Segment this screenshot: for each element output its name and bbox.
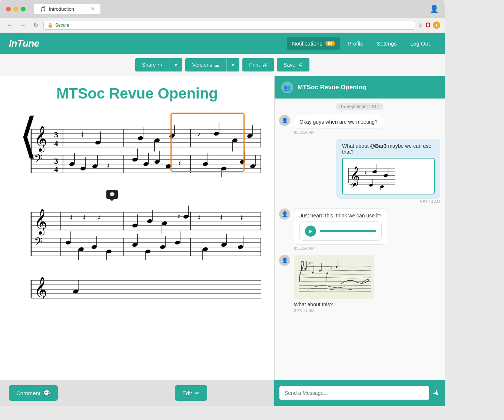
svg-point-143 [383,174,388,178]
chat-avatar-1: 👥 [281,81,293,93]
save-button[interactable]: Save 🖨 [277,58,309,71]
back-button[interactable]: ← [4,21,15,29]
chat-header: 👥 MTSoc Revue Opening [275,76,445,99]
svg-point-106 [91,244,97,249]
msg-content-2: What about @Bar3 maybe we can use that? [336,139,440,204]
message-1: 👤 Okay guys when are we meeting? 8:56:14… [279,115,440,134]
logout-nav-button[interactable]: Log Out [404,37,436,50]
secure-icon: 🔒 [47,23,53,28]
svg-text:3: 3 [54,130,58,139]
staff-svg-2: 𝄞 𝄢 [9,194,261,260]
profile-nav-button[interactable]: Profile [342,37,369,50]
minimize-window-button[interactable] [13,7,18,11]
staff-system-3[interactable]: 𝄞 [9,277,265,300]
score-area[interactable]: MTSoc Revue Opening [0,76,274,380]
svg-text:𝄽: 𝄽 [220,215,222,220]
edit-icon: ✏ [195,390,200,396]
svg-text:𝄞: 𝄞 [34,209,47,236]
svg-text:4: 4 [54,165,58,174]
svg-point-114 [160,244,166,249]
editor-toolbar: Share ↪ ▾ Versions ☁ ▾ Print 🖨 Save 🖨 [0,54,445,76]
svg-point-131 [73,289,79,294]
versions-button-group: Versions ☁ ▾ [185,58,239,71]
versions-button[interactable]: Versions ☁ [185,58,226,71]
svg-point-57 [221,166,227,171]
save-label: Save [284,62,295,68]
browser-toolbar: ← → ↻ 🔒 Secure ☆ O ! [0,18,445,33]
secure-label: Secure [55,23,69,28]
score-snippet[interactable]: 𝄞 ♪ 𝄢 [342,158,435,194]
bookmark-icon[interactable]: ☆ [418,22,423,29]
close-window-button[interactable] [6,7,11,11]
send-button[interactable]: ➤ [430,387,442,399]
svg-text:♯: ♯ [177,213,180,220]
chat-messages[interactable]: 15 September 2017 👤 Okay guys when are w… [275,99,445,380]
active-tab[interactable]: 🎵 Introduction ✕ [34,4,100,14]
app-logo: InTune [9,38,287,49]
forward-button[interactable]: → [18,21,28,29]
msg-content-1: Okay guys when are we meeting? 8:56:14 A… [294,115,383,134]
tab-bar: 🎵 Introduction ✕ [34,4,425,14]
svg-point-122 [238,244,243,249]
staff-svg-1: ⟨ 𝄞 𝄢 3 4 3 4 [9,111,261,177]
msg-text-4: What about this? [294,301,374,307]
svg-point-52 [165,164,171,169]
share-button-group: Share ↪ ▾ [135,58,182,71]
maximize-window-button[interactable] [21,7,26,11]
share-button[interactable]: Share ↪ [135,58,169,71]
msg-bubble-1: Okay guys when are we meeting? [294,115,383,129]
address-bar[interactable]: 🔒 Secure [43,21,415,30]
svg-text:♯: ♯ [330,265,333,271]
notifications-badge: 84 [325,41,335,46]
message-input[interactable] [279,386,429,400]
audio-progress-bar[interactable] [320,230,376,232]
handwritten-note[interactable]: 3/4 ♯ [294,255,374,299]
svg-point-149 [380,185,384,188]
warning-icon[interactable]: ! [433,21,440,29]
date-divider: 15 September 2017 [336,103,384,110]
svg-text:𝄢: 𝄢 [350,182,355,190]
notifications-nav-item[interactable]: Notifications 84 [287,37,340,50]
svg-text:𝄢: 𝄢 [34,236,43,250]
tab-close-button[interactable]: ✕ [91,6,94,11]
msg-time-4: 8:56:14 AM [294,309,374,313]
app-container: InTune Notifications 84 Profile Settings… [0,33,445,406]
versions-dropdown-button[interactable]: ▾ [226,58,239,71]
play-button[interactable]: ▶ [305,226,316,237]
staff-system-2[interactable]: 💬 [9,194,265,262]
comment-button[interactable]: Comment 💬 [9,385,58,401]
reload-button[interactable]: ↻ [31,21,40,30]
svg-point-94 [162,221,168,226]
bottom-bar: Comment 💬 Edit ✏ ➤ [0,380,445,406]
share-label: Share [142,62,156,68]
edit-label: Edit [182,390,192,396]
msg-bubble-3: Just heard this, think we can use it? ▶ [294,209,387,245]
svg-point-59 [239,159,245,164]
message-2: What about @Bar3 maybe we can use that? [279,139,440,204]
svg-point-112 [145,249,151,254]
svg-text:3: 3 [54,156,58,166]
comment-bubble[interactable]: 💬 [106,190,118,199]
svg-point-141 [372,170,377,174]
share-dropdown-button[interactable]: ▾ [169,58,182,71]
main-content: MTSoc Revue Opening [0,76,445,380]
opera-icon[interactable]: O [425,21,431,29]
svg-point-48 [143,161,149,166]
print-button[interactable]: Print 🖨 [242,58,274,71]
bottom-left: Comment 💬 Edit ✏ [0,380,274,406]
audio-player[interactable]: ▶ [299,221,382,241]
svg-point-61 [250,164,256,169]
comment-icon: 💬 [43,390,50,396]
snippet-svg: 𝄞 ♪ 𝄢 [345,161,397,190]
edit-button[interactable]: Edit ✏ [175,385,207,401]
staff-svg-3: 𝄞 [9,277,261,299]
user-profile-icon[interactable]: 👤 [430,4,439,13]
chat-avatars: 👥 [281,81,293,93]
svg-point-116 [175,240,180,245]
settings-nav-button[interactable]: Settings [371,37,402,50]
svg-point-104 [78,247,84,251]
msg-avatar-4: 👤 [279,255,290,266]
staff-system-1[interactable]: ⟨ 𝄞 𝄢 3 4 3 4 [9,111,265,179]
svg-text:4: 4 [54,139,58,148]
msg-avatar-3: 👤 [279,209,290,220]
